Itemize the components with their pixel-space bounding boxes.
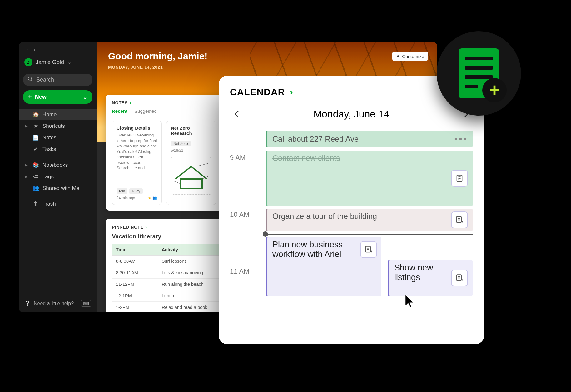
sidebar-item-trash[interactable]: 🗑 Trash [19, 198, 97, 210]
note-title: Closing Details [117, 125, 157, 131]
notebook-icon: 📚 [32, 162, 39, 168]
chevron-right-icon: › [290, 87, 293, 97]
create-note-button[interactable] [360, 241, 377, 258]
prev-day-button[interactable] [230, 107, 244, 121]
customize-label: Customize [402, 54, 424, 59]
window-nav-arrows[interactable]: ‹ › [24, 47, 91, 56]
hour-label: 11 AM [230, 267, 249, 275]
sidebar-item-notes[interactable]: 📄 Notes [19, 132, 97, 143]
search-placeholder: Search [36, 77, 54, 83]
note-title: Net Zero Research [171, 125, 211, 136]
plus-icon: + [28, 93, 32, 101]
calendar-event[interactable]: Contact new clients [266, 151, 473, 206]
widget-title[interactable]: PINNED NOTE › [112, 225, 147, 230]
tab-suggested[interactable]: Suggested [134, 108, 157, 116]
current-time-indicator [266, 234, 473, 235]
sidebar-item-home[interactable]: 🏠 Home [19, 109, 97, 120]
sidebar-item-label: Shortcuts [42, 123, 65, 129]
calendar-event[interactable]: Show new listings [388, 260, 473, 296]
plus-icon: + [482, 78, 507, 102]
time-axis: 9 AM 10 AM 11 AM [230, 131, 264, 330]
calendar-event[interactable]: Plan new business workflow with Ariel [266, 237, 381, 296]
event-title: Organize a tour of the building [272, 212, 451, 221]
tag-icon: 🏷 [32, 174, 39, 180]
sparkle-icon: ✦ [396, 53, 400, 59]
avatar: J [24, 58, 32, 66]
note-thumbnail [171, 157, 211, 195]
note-card[interactable]: Closing Details Overview Everything is h… [112, 121, 162, 205]
sidebar-item-label: Notebooks [42, 162, 68, 168]
chevron-down-icon: ⌄ [83, 94, 87, 101]
note-tag: Min [117, 188, 127, 194]
greeting: Good morning, Jamie! [108, 51, 426, 62]
svg-line-1 [196, 163, 208, 166]
table-header: Time [112, 244, 158, 256]
note-snippet: Overview Everything is here to prep for … [117, 132, 157, 185]
table-cell: 1-2PM [112, 302, 158, 313]
star-icon: ★ [148, 196, 151, 200]
calendar-event[interactable]: Organize a tour of the building [266, 209, 473, 231]
sidebar-item-shortcuts[interactable]: ▸★ Shortcuts [19, 120, 97, 132]
create-note-button[interactable] [451, 211, 468, 228]
new-button-label: New [35, 94, 47, 100]
new-note-badge: + [437, 31, 521, 116]
sidebar-item-tags[interactable]: ▸🏷 Tags [19, 171, 97, 182]
calendar-date-heading: Monday, June 14 [313, 108, 389, 120]
search-input[interactable]: Search [23, 74, 92, 86]
hour-label: 9 AM [230, 154, 246, 162]
help-icon: ❔ [24, 300, 31, 306]
event-title: Call about 227 Reed Ave [272, 135, 454, 144]
sidebar-item-label: Shared with Me [42, 185, 79, 191]
create-note-button[interactable] [451, 270, 468, 286]
expand-icon[interactable]: ▸ [25, 173, 29, 180]
sidebar-item-label: Tasks [42, 146, 56, 152]
note-icon: 📄 [32, 134, 39, 141]
home-icon: 🏠 [32, 111, 39, 118]
expand-icon[interactable]: ▸ [25, 123, 29, 129]
star-icon: ★ [32, 123, 39, 129]
header-date: MONDAY, JUNE 14, 2021 [108, 65, 426, 70]
widget-title-label: NOTES [112, 100, 128, 105]
chevron-down-icon: ⌄ [67, 59, 72, 66]
table-cell: 8-8:30AM [112, 256, 158, 267]
help-label: Need a little help? [34, 301, 74, 306]
sidebar-item-shared[interactable]: 👥 Shared with Me [19, 182, 97, 194]
keyboard-icon[interactable]: ⌨ [81, 300, 91, 307]
user-name: Jamie Gold [36, 59, 64, 66]
note-timestamp: 24 min ago [117, 196, 135, 200]
expand-icon[interactable]: ▸ [25, 162, 29, 168]
note-tag: Net Zero [171, 141, 191, 146]
event-title: Show new listings [394, 263, 451, 282]
more-icon[interactable]: ••• [454, 134, 468, 144]
calendar-title[interactable]: CALENDAR [230, 87, 285, 97]
table-cell: 12-1PM [112, 290, 158, 302]
shared-icon: 👥 [152, 196, 157, 200]
sidebar: ‹ › J Jamie Gold ⌄ Search + New ⌄ [19, 42, 97, 312]
check-icon: ✔ [32, 146, 39, 152]
calendar-event-allday[interactable]: Call about 227 Reed Ave ••• [266, 131, 473, 147]
open-note-button[interactable] [451, 170, 468, 187]
help-link[interactable]: ❔ Need a little help? ⌨ [19, 296, 97, 312]
widget-title-label: PINNED NOTE [112, 225, 143, 230]
trash-icon: 🗑 [32, 201, 39, 207]
sidebar-item-label: Trash [42, 201, 56, 207]
tab-recent[interactable]: Recent [112, 108, 127, 116]
event-title: Contact new clients [272, 154, 451, 163]
sidebar-item-notebooks[interactable]: ▸📚 Notebooks [19, 159, 97, 171]
chevron-right-icon: › [130, 100, 131, 105]
account-switcher[interactable]: J Jamie Gold ⌄ [24, 56, 91, 71]
svg-rect-0 [180, 179, 202, 188]
note-card[interactable]: Net Zero Research Net Zero 5/18/21 [166, 121, 216, 205]
search-icon [27, 76, 33, 83]
note-tag: Riley [129, 188, 143, 194]
mouse-cursor-icon [403, 294, 417, 307]
new-button[interactable]: + New ⌄ [23, 90, 92, 104]
chevron-right-icon: › [145, 225, 147, 230]
customize-button[interactable]: ✦ Customize [392, 52, 428, 61]
people-icon: 👥 [32, 185, 39, 191]
svg-line-3 [174, 181, 180, 184]
sidebar-item-tasks[interactable]: ✔ Tasks [19, 143, 97, 155]
note-timestamp: 5/18/21 [171, 148, 211, 153]
sidebar-item-label: Home [42, 112, 57, 118]
sidebar-nav: 🏠 Home ▸★ Shortcuts 📄 Notes ✔ Tasks ▸ [19, 109, 97, 296]
